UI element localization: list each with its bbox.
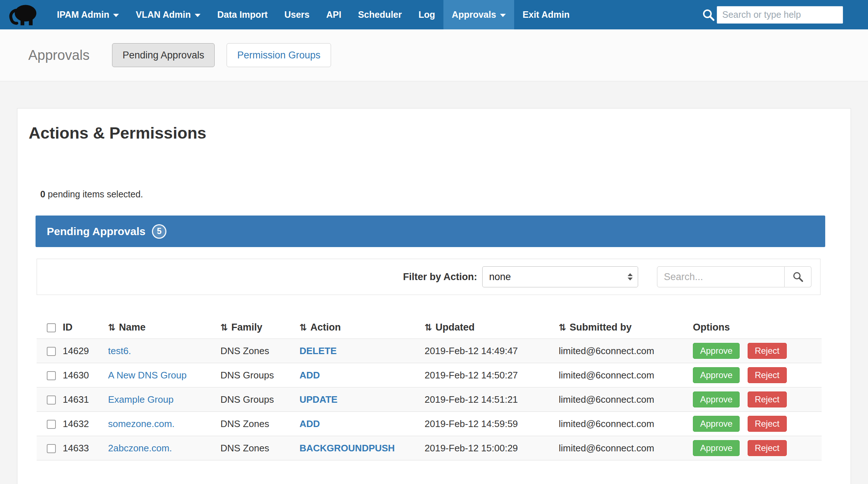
cell-id: 14630: [62, 363, 107, 387]
nav-item-label: IPAM Admin: [57, 9, 109, 20]
nav-item-label: Exit Admin: [522, 9, 570, 20]
sort-icon: ⇅: [220, 322, 228, 333]
reject-button[interactable]: Reject: [748, 391, 787, 407]
table-search-group: [657, 266, 811, 287]
table-search-button[interactable]: [785, 266, 811, 287]
cell-submitted-by: limited@6connect.com: [558, 436, 692, 460]
nav-item-approvals[interactable]: Approvals: [443, 0, 514, 29]
nav-item-label: Log: [418, 9, 435, 20]
select-all-checkbox[interactable]: [47, 323, 56, 332]
column-header-name[interactable]: ⇅Name: [107, 316, 220, 339]
table-row: 14633 2abczone.com. DNS Zones BACKGROUND…: [37, 436, 822, 460]
selected-suffix: pending items selected.: [45, 189, 143, 199]
table-header-row: ID ⇅Name ⇅Family ⇅Action ⇅Updated: [37, 316, 822, 339]
section-title: Pending Approvals: [47, 225, 145, 238]
row-checkbox[interactable]: [47, 420, 56, 429]
nav-item-label: Users: [284, 9, 310, 20]
reject-button[interactable]: Reject: [748, 367, 787, 383]
search-icon: [792, 271, 804, 283]
mammoth-logo[interactable]: [0, 0, 49, 29]
column-label: Action: [310, 322, 341, 333]
action-filter-value: none: [489, 271, 511, 283]
page-title: Approvals: [28, 48, 90, 63]
column-label: Updated: [435, 322, 475, 333]
main-content: Actions & Permissions 0 pending items se…: [0, 81, 868, 484]
table-row: 14632 somezone.com. DNS Zones ADD 2019-F…: [37, 412, 822, 436]
row-checkbox[interactable]: [47, 444, 56, 453]
reject-button[interactable]: Reject: [748, 440, 787, 456]
row-checkbox[interactable]: [47, 347, 56, 356]
table-search-input[interactable]: [657, 266, 785, 287]
nav-item-ipam-admin[interactable]: IPAM Admin: [49, 0, 127, 29]
name-link[interactable]: somezone.com.: [108, 418, 175, 429]
selected-items-status: 0 pending items selected.: [40, 189, 851, 200]
column-label: Family: [231, 322, 263, 333]
top-navbar: IPAM Admin VLAN Admin Data Import Users …: [0, 0, 868, 29]
action-link[interactable]: BACKGROUNDPUSH: [299, 443, 395, 454]
nav-item-label: Data Import: [217, 9, 268, 20]
tab-pending-approvals[interactable]: Pending Approvals: [112, 43, 215, 67]
name-link[interactable]: A New DNS Group: [108, 370, 187, 381]
reject-button[interactable]: Reject: [748, 343, 787, 359]
selected-count: 0: [40, 189, 45, 199]
filter-by-action-label: Filter by Action:: [403, 271, 477, 283]
nav-item-label: API: [326, 9, 342, 20]
column-header-submitted-by[interactable]: ⇅Submitted by: [558, 316, 692, 339]
sort-icon: ⇅: [108, 322, 116, 333]
row-checkbox[interactable]: [47, 371, 56, 380]
approve-button[interactable]: Approve: [693, 343, 740, 359]
approve-button[interactable]: Approve: [693, 391, 740, 407]
actions-permissions-panel: Actions & Permissions 0 pending items se…: [17, 108, 851, 484]
action-link[interactable]: DELETE: [299, 345, 337, 356]
mammoth-logo-icon: [9, 4, 40, 26]
action-link[interactable]: ADD: [299, 418, 320, 429]
cell-family: DNS Zones: [220, 339, 299, 363]
name-link[interactable]: Example Group: [108, 394, 174, 405]
search-icon: [702, 8, 715, 22]
cell-id: 14629: [62, 339, 107, 363]
column-header-id: ID: [62, 316, 107, 339]
nav-item-exit-admin[interactable]: Exit Admin: [514, 0, 578, 29]
cell-submitted-by: limited@6connect.com: [558, 363, 692, 387]
name-link[interactable]: 2abczone.com.: [108, 443, 172, 454]
approve-button[interactable]: Approve: [693, 416, 740, 432]
name-link[interactable]: test6.: [108, 345, 131, 356]
subheader: Approvals Pending Approvals Permission G…: [0, 29, 868, 81]
chevron-down-icon: [113, 14, 119, 17]
nav-item-data-import[interactable]: Data Import: [209, 0, 276, 29]
nav-item-api[interactable]: API: [318, 0, 350, 29]
cell-family: DNS Zones: [220, 436, 299, 460]
cell-updated: 2019-Feb-12 14:50:27: [424, 363, 558, 387]
row-checkbox[interactable]: [47, 395, 56, 405]
approve-button[interactable]: Approve: [693, 440, 740, 456]
nav-item-log[interactable]: Log: [410, 0, 443, 29]
column-label: ID: [63, 322, 73, 333]
reject-button[interactable]: Reject: [748, 416, 787, 432]
global-search-input[interactable]: [717, 6, 843, 24]
column-header-action[interactable]: ⇅Action: [299, 316, 424, 339]
action-filter-select[interactable]: none: [482, 266, 638, 287]
action-link[interactable]: ADD: [299, 370, 320, 381]
select-arrows-icon: [628, 273, 633, 280]
cell-id: 14633: [62, 436, 107, 460]
sort-icon: ⇅: [299, 322, 307, 333]
nav-item-vlan-admin[interactable]: VLAN Admin: [127, 0, 209, 29]
sort-icon: ⇅: [559, 322, 566, 333]
cell-updated: 2019-Feb-12 14:49:47: [424, 339, 558, 363]
filter-row: Filter by Action: none: [37, 259, 821, 295]
cell-submitted-by: limited@6connect.com: [558, 339, 692, 363]
pending-approvals-table: ID ⇅Name ⇅Family ⇅Action ⇅Updated: [37, 316, 822, 460]
column-label: Name: [119, 322, 146, 333]
pending-approvals-header: Pending Approvals 5: [36, 216, 825, 247]
action-link[interactable]: UPDATE: [299, 394, 338, 405]
nav-item-users[interactable]: Users: [276, 0, 318, 29]
tab-permission-groups[interactable]: Permission Groups: [227, 43, 331, 67]
approvals-table-area: Filter by Action: none: [37, 259, 821, 460]
nav-item-scheduler[interactable]: Scheduler: [350, 0, 410, 29]
column-header-family[interactable]: ⇅Family: [220, 316, 299, 339]
approve-button[interactable]: Approve: [693, 367, 740, 383]
column-header-updated[interactable]: ⇅Updated: [424, 316, 558, 339]
table-row: 14630 A New DNS Group DNS Groups ADD 201…: [37, 363, 822, 387]
chevron-down-icon: [500, 14, 506, 17]
nav-item-label: VLAN Admin: [136, 9, 191, 20]
